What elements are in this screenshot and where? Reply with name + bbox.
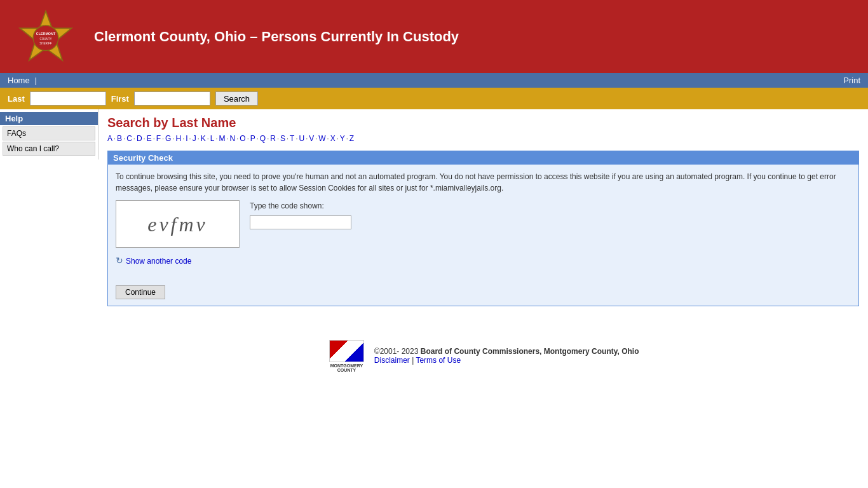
alphabet-dot: · xyxy=(315,135,317,142)
nav-bar: Home | Print xyxy=(0,73,868,88)
alphabet-dot: · xyxy=(189,135,191,142)
alphabet-link-c[interactable]: C xyxy=(126,134,132,143)
captcha-area: evfmv Type the code shown: xyxy=(116,200,851,248)
montgomery-logo: MONTGOMERY COUNTY xyxy=(327,338,365,373)
last-name-input[interactable] xyxy=(30,92,106,105)
alphabet-link-q[interactable]: Q xyxy=(260,134,266,143)
sidebar-item-who-can-i-call[interactable]: Who can I call? xyxy=(3,142,95,156)
alphabet-dot: · xyxy=(337,135,339,142)
alphabet-link-y[interactable]: Y xyxy=(340,134,345,143)
alphabet-dot: · xyxy=(215,135,217,142)
svg-text:SHERIFF: SHERIFF xyxy=(39,41,52,44)
montgomery-text: MONTGOMERY COUNTY xyxy=(330,363,363,373)
alphabet-dot: · xyxy=(153,135,155,142)
alphabet-dot: · xyxy=(144,135,146,142)
alphabet-link-d[interactable]: D xyxy=(137,134,142,143)
alphabet-link-m[interactable]: M xyxy=(219,134,226,143)
main-content: Search by Last Name A · B · C · D · E · … xyxy=(98,109,868,386)
alphabet-dot: · xyxy=(236,135,238,142)
alphabet-link-w[interactable]: W xyxy=(318,134,325,143)
search-heading: Search by Last Name xyxy=(107,116,859,130)
alphabet-link-x[interactable]: X xyxy=(330,134,336,143)
alphabet-dot: · xyxy=(123,135,125,142)
alphabet-dot: · xyxy=(162,135,164,142)
alphabet-link-t[interactable]: T xyxy=(290,134,294,143)
alphabet-link-l[interactable]: L xyxy=(210,134,215,143)
type-code-label: Type the code shown: xyxy=(250,200,351,212)
svg-text:COUNTY: COUNTY xyxy=(40,37,52,40)
alphabet-dot: · xyxy=(327,135,329,142)
alphabet-dot: · xyxy=(257,135,259,142)
show-another-label: Show another code xyxy=(126,255,191,267)
first-label: First xyxy=(111,94,129,104)
captcha-right: Type the code shown: xyxy=(250,200,351,229)
alphabet-dot: · xyxy=(247,135,249,142)
alphabet-link-f[interactable]: F xyxy=(156,134,161,143)
alphabet-link-u[interactable]: U xyxy=(299,134,304,143)
nav-separator: | xyxy=(35,76,37,85)
footer-separator: | xyxy=(412,356,414,365)
terms-link[interactable]: Terms of Use xyxy=(416,356,461,365)
search-button[interactable]: Search xyxy=(215,92,258,105)
security-message: To continue browsing this site, you need… xyxy=(116,171,851,194)
montgomery-flag-icon xyxy=(329,340,364,362)
alphabet-link-z[interactable]: Z xyxy=(349,134,354,143)
alphabet-link-h[interactable]: H xyxy=(176,134,182,143)
security-header: Security Check xyxy=(108,151,858,165)
last-label: Last xyxy=(8,94,25,104)
footer-logo: MONTGOMERY COUNTY xyxy=(327,338,365,373)
footer: MONTGOMERY COUNTY ©2001- 2023 Board of C… xyxy=(107,332,859,379)
alphabet-dot: · xyxy=(287,135,288,142)
sidebar: Help FAQs Who can I call? xyxy=(0,109,98,159)
alphabet-dot: · xyxy=(295,135,297,142)
alphabet-link-s[interactable]: S xyxy=(280,134,285,143)
sidebar-item-faqs[interactable]: FAQs xyxy=(3,126,95,140)
home-link[interactable]: Home xyxy=(8,76,30,85)
alphabet-dot: · xyxy=(267,135,269,142)
main-layout: Help FAQs Who can I call? Search by Last… xyxy=(0,109,868,386)
alphabet-link-b[interactable]: B xyxy=(117,134,122,143)
alphabet-dot: · xyxy=(207,135,209,142)
alphabet-dot: · xyxy=(172,135,174,142)
sheriff-badge-icon: CLERMONT COUNTY SHERIFF xyxy=(17,8,74,65)
alphabet-link-g[interactable]: G xyxy=(165,134,171,143)
sidebar-help-header: Help xyxy=(0,112,98,125)
disclaimer-link[interactable]: Disclaimer xyxy=(374,356,410,365)
search-bar: Last First Search xyxy=(0,88,868,109)
page-title: Clermont County, Ohio – Persons Currentl… xyxy=(84,29,860,45)
alphabet-link-o[interactable]: O xyxy=(240,134,245,143)
logo-area: CLERMONT COUNTY SHERIFF xyxy=(8,8,84,65)
alphabet-link-p[interactable]: P xyxy=(250,134,255,143)
alphabet-dot: · xyxy=(182,135,184,142)
captcha-input[interactable] xyxy=(250,215,351,229)
alphabet-link-k[interactable]: K xyxy=(201,134,206,143)
alphabet-dot: · xyxy=(227,135,229,142)
show-another-code-link[interactable]: ↻ Show another code xyxy=(116,254,851,268)
alphabet-link-n[interactable]: N xyxy=(230,134,236,143)
alphabet-link-a[interactable]: A xyxy=(107,134,112,143)
alphabet-link-j[interactable]: J xyxy=(193,134,196,143)
alphabet-dot: · xyxy=(346,135,348,142)
alphabet-link-v[interactable]: V xyxy=(309,134,314,143)
alphabet-dot: · xyxy=(277,135,279,142)
alphabet-dot: · xyxy=(114,135,116,142)
nav-left: Home | xyxy=(8,76,37,85)
alphabet-link-i[interactable]: I xyxy=(186,134,187,143)
alphabet-dot: · xyxy=(306,135,308,142)
footer-text: ©2001- 2023 Board of County Commissioner… xyxy=(374,347,639,365)
captcha-image: evfmv xyxy=(116,200,240,248)
page-header: CLERMONT COUNTY SHERIFF Clermont County,… xyxy=(0,0,868,73)
print-link[interactable]: Print xyxy=(843,76,860,85)
security-body: To continue browsing this site, you need… xyxy=(108,165,858,306)
alphabet-nav: A · B · C · D · E · F · G · H · I · J · … xyxy=(107,134,859,143)
copyright-text: ©2001- 2023 xyxy=(374,347,419,356)
org-text: Board of County Commissioners, Montgomer… xyxy=(421,347,639,356)
continue-button[interactable]: Continue xyxy=(116,285,165,299)
alphabet-link-e[interactable]: E xyxy=(147,134,152,143)
svg-text:CLERMONT: CLERMONT xyxy=(36,32,56,36)
first-name-input[interactable] xyxy=(134,92,210,105)
security-check-box: Security Check To continue browsing this… xyxy=(107,151,859,306)
alphabet-link-r[interactable]: R xyxy=(270,134,276,143)
alphabet-dot: · xyxy=(198,135,200,142)
refresh-icon: ↻ xyxy=(116,254,123,268)
